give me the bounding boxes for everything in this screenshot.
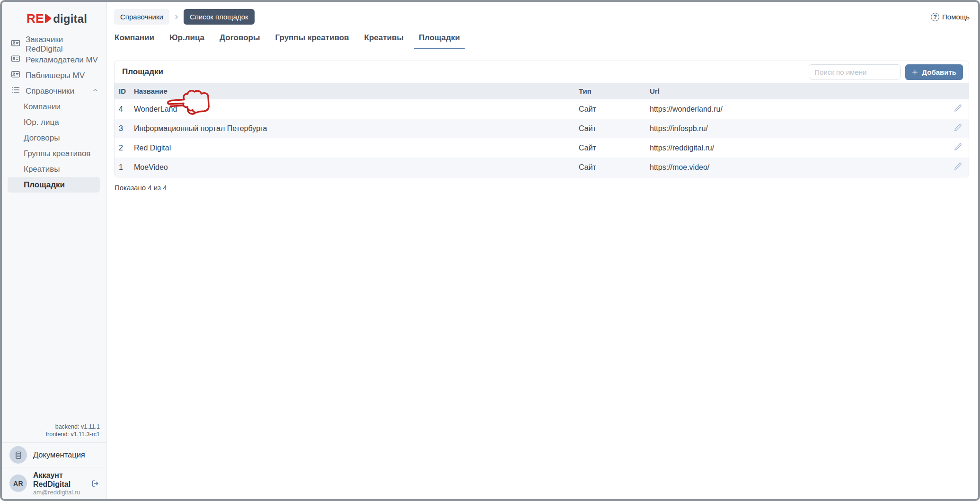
cell-name: MoeVideo (130, 158, 575, 177)
cell-type: Сайт (575, 119, 646, 138)
sub-item-label: Креативы (24, 165, 60, 174)
main-content: Справочники Список площадок ? Помощь Ком… (107, 2, 978, 499)
logo-digital-text: digital (53, 12, 87, 26)
sidebar-item-companies[interactable]: Компании (2, 99, 106, 114)
cell-id: 1 (115, 158, 130, 177)
edit-pencil-icon[interactable] (954, 142, 962, 151)
tab-companies[interactable]: Компании (114, 30, 155, 49)
table-row[interactable]: 3 Информационный портал Петербурга Сайт … (115, 119, 969, 138)
sidebar-item-creatives[interactable]: Креативы (2, 161, 106, 177)
cell-type: Сайт (575, 138, 646, 158)
documentation-label: Документация (33, 450, 85, 459)
platforms-table: ID Название Тип Url 4 WonderLand Сайт ht… (115, 83, 969, 177)
account-info: Аккаунт RedDigital am@reddigital.ru (33, 471, 84, 496)
sidebar-item-creative-groups[interactable]: Группы креативов (2, 146, 106, 161)
sidebar-item-platforms[interactable]: Площадки (8, 177, 100, 193)
cell-url: https://infospb.ru/ (646, 119, 949, 138)
column-header-name: Название (130, 83, 575, 99)
cell-id: 4 (115, 99, 130, 119)
tab-creative-groups[interactable]: Группы креативов (275, 30, 350, 49)
cell-type: Сайт (575, 158, 646, 177)
id-card-icon (11, 38, 20, 50)
sidebar-item-label: Рекламодатели MV (26, 55, 98, 65)
account-initials: AR (13, 480, 23, 487)
breadcrumb-platform-list[interactable]: Список площадок (184, 9, 255, 25)
logo-play-triangle-icon (44, 14, 52, 25)
cell-name: Информационный портал Петербурга (130, 119, 575, 138)
sidebar-item-customers-reddigital[interactable]: Заказчики RedDigital (2, 36, 106, 52)
sub-item-label: Договоры (24, 133, 60, 143)
account-name: Аккаунт RedDigital (33, 471, 84, 489)
sidebar-item-legal-entities[interactable]: Юр. лица (2, 114, 106, 130)
cell-url: https://moe.video/ (646, 158, 949, 177)
sidebar-spacer (2, 193, 106, 423)
sidebar-item-directories[interactable]: Справочники (2, 83, 106, 99)
edit-pencil-icon[interactable] (954, 123, 962, 132)
panel-title: Площадки (122, 67, 163, 77)
column-header-actions (949, 83, 969, 99)
sub-item-label: Компании (24, 102, 61, 112)
tab-platforms[interactable]: Площадки (418, 30, 460, 49)
app-window: RE digital Заказчики RedDigital Рекламод… (0, 0, 980, 501)
chevron-right-icon (173, 14, 180, 20)
help-icon: ? (931, 13, 939, 21)
tab-contracts[interactable]: Договоры (219, 30, 260, 49)
logo: RE digital (2, 2, 106, 34)
table-row[interactable]: 2 Red Digital Сайт https://reddigital.ru… (115, 138, 969, 158)
sidebar: RE digital Заказчики RedDigital Рекламод… (2, 2, 107, 499)
platforms-panel: Площадки Добавить ID Название Тип Url (114, 61, 969, 177)
tab-creatives[interactable]: Креативы (364, 30, 404, 49)
id-card-icon (11, 70, 20, 81)
add-button[interactable]: Добавить (905, 64, 963, 80)
cell-id: 2 (115, 138, 130, 158)
sidebar-item-publishers-mv[interactable]: Паблишеры MV (2, 68, 106, 83)
logo-red-text: RE (26, 11, 44, 26)
table-row[interactable]: 4 WonderLand Сайт https://wonderland.ru/ (115, 99, 969, 119)
documentation-link[interactable]: Документация (2, 442, 106, 467)
plus-icon (912, 69, 918, 75)
chevron-up-icon (92, 87, 99, 96)
tab-legal-entities[interactable]: Юр.лица (169, 30, 205, 49)
account-email: am@reddigital.ru (33, 489, 84, 496)
help-label: Помощь (942, 13, 970, 21)
add-button-label: Добавить (922, 68, 956, 76)
cell-type: Сайт (575, 99, 646, 119)
sidebar-item-label: Паблишеры MV (26, 71, 85, 80)
cell-name: WonderLand (130, 99, 575, 119)
column-header-id: ID (115, 83, 130, 99)
sidebar-item-label: Заказчики RedDigital (26, 35, 99, 54)
sub-item-label: Площадки (24, 180, 65, 190)
document-icon (9, 446, 27, 464)
sidebar-item-label: Справочники (26, 87, 74, 96)
account-avatar: AR (9, 475, 27, 492)
backend-version: backend: v1.11.1 (2, 423, 100, 431)
sidebar-nav: Заказчики RedDigital Рекламодатели MV Па… (2, 34, 106, 193)
list-icon (11, 85, 20, 97)
breadcrumb: Справочники Список площадок ? Помощь (107, 2, 978, 29)
cell-url: https://reddigital.ru/ (646, 138, 949, 158)
cell-name: Red Digital (130, 138, 575, 158)
breadcrumb-directories[interactable]: Справочники (114, 9, 169, 25)
column-header-url: Url (646, 83, 949, 99)
edit-pencil-icon[interactable] (954, 162, 962, 171)
cell-id: 3 (115, 119, 130, 138)
help-button[interactable]: ? Помощь (931, 13, 970, 21)
frontend-version: frontend: v1.11.3-rc1 (2, 431, 100, 438)
tab-bar: Компании Юр.лица Договоры Группы креатив… (107, 29, 978, 49)
version-info: backend: v1.11.1 frontend: v1.11.3-rc1 (2, 423, 106, 442)
id-card-icon (11, 54, 20, 66)
rows-shown-status: Показано 4 из 4 (115, 184, 978, 192)
logout-icon[interactable] (90, 479, 100, 488)
sidebar-item-contracts[interactable]: Договоры (2, 130, 106, 146)
table-row[interactable]: 1 MoeVideo Сайт https://moe.video/ (115, 158, 969, 177)
cell-url: https://wonderland.ru/ (646, 99, 949, 119)
sub-item-label: Группы креативов (24, 149, 90, 158)
sidebar-item-advertisers-mv[interactable]: Рекламодатели MV (2, 52, 106, 68)
search-input[interactable] (809, 64, 901, 79)
sub-item-label: Юр. лица (24, 118, 59, 127)
account-section[interactable]: AR Аккаунт RedDigital am@reddigital.ru (2, 467, 106, 499)
table-header-row: ID Название Тип Url (115, 83, 969, 99)
panel-header: Площадки Добавить (115, 61, 969, 83)
column-header-type: Тип (575, 83, 646, 99)
edit-pencil-icon[interactable] (954, 104, 962, 113)
